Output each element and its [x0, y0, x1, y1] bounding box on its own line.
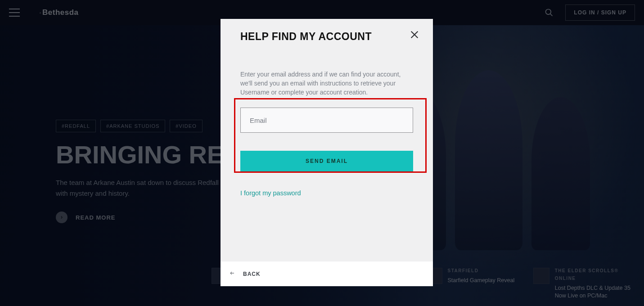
back-label: BACK [243, 271, 261, 277]
forgot-password-link[interactable]: I forgot my password [240, 189, 301, 197]
modal-title: HELP FIND MY ACCOUNT [240, 31, 413, 43]
back-button[interactable]: BACK [221, 261, 433, 286]
arrow-left-icon [229, 270, 236, 277]
modal-description: Enter your email address and if we can f… [240, 70, 413, 97]
help-find-account-modal: HELP FIND MY ACCOUNT Enter your email ad… [221, 19, 433, 286]
email-field[interactable] [240, 108, 413, 133]
send-email-button[interactable]: SEND EMAIL [240, 151, 413, 171]
close-icon[interactable] [410, 30, 419, 41]
